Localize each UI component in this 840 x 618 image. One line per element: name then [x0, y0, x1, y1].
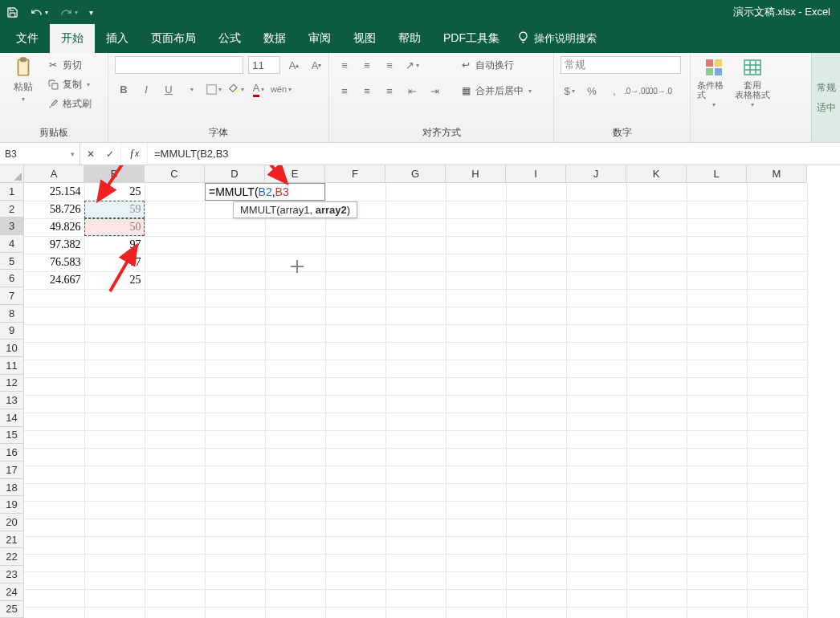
cell[interactable]	[145, 183, 205, 201]
cell[interactable]	[325, 218, 385, 236]
cell[interactable]	[626, 236, 687, 254]
cell[interactable]	[24, 377, 84, 395]
cell[interactable]	[446, 430, 506, 448]
cell[interactable]: 97.382	[24, 236, 84, 254]
cell[interactable]	[566, 342, 626, 360]
cell[interactable]	[506, 571, 566, 589]
tab-view[interactable]: 视图	[342, 24, 387, 53]
cell[interactable]	[325, 589, 385, 607]
row-header[interactable]: 25	[0, 601, 24, 619]
cell[interactable]	[626, 183, 687, 201]
cell[interactable]	[687, 448, 747, 466]
cell[interactable]	[566, 289, 626, 307]
row-header[interactable]: 7	[0, 287, 24, 305]
tell-me-search[interactable]: 操作说明搜索	[517, 24, 597, 53]
cell[interactable]	[84, 554, 145, 571]
cell[interactable]	[145, 254, 205, 271]
cell[interactable]	[145, 518, 205, 536]
cell[interactable]	[687, 377, 747, 395]
undo-icon[interactable]: ▾	[30, 6, 48, 18]
cell[interactable]	[506, 218, 566, 236]
cells-area[interactable]: 25.1542558.7265949.8265097.3829776.58377…	[24, 183, 840, 618]
cell[interactable]	[626, 554, 687, 571]
cell[interactable]	[566, 395, 626, 413]
cell[interactable]	[446, 607, 506, 618]
cell[interactable]	[325, 466, 385, 483]
cell[interactable]	[205, 413, 265, 430]
column-header[interactable]: G	[385, 165, 446, 183]
row-header[interactable]: 5	[0, 253, 24, 270]
cell[interactable]	[325, 271, 385, 289]
cell[interactable]	[506, 342, 566, 360]
cell[interactable]	[506, 589, 566, 607]
cell[interactable]	[506, 307, 566, 324]
cell[interactable]	[506, 289, 566, 307]
cell[interactable]: 25.154	[24, 183, 84, 201]
cell[interactable]	[84, 501, 145, 518]
cell[interactable]	[446, 395, 506, 413]
cell[interactable]	[325, 483, 385, 501]
cell[interactable]	[385, 430, 446, 448]
cell[interactable]	[446, 342, 506, 360]
cell[interactable]	[24, 307, 84, 324]
cell[interactable]	[24, 589, 84, 607]
cell[interactable]	[446, 571, 506, 589]
cell[interactable]	[385, 360, 446, 377]
cell[interactable]	[747, 430, 807, 448]
cell[interactable]	[205, 271, 265, 289]
tab-insert[interactable]: 插入	[95, 24, 140, 53]
cell[interactable]	[566, 536, 626, 554]
cell[interactable]	[747, 324, 807, 342]
bold-icon[interactable]: B	[115, 80, 133, 98]
cell[interactable]	[385, 554, 446, 571]
cell[interactable]	[687, 395, 747, 413]
redo-icon[interactable]: ▾	[59, 6, 78, 18]
row-header[interactable]: 24	[0, 583, 24, 601]
cell[interactable]	[145, 342, 205, 360]
cell[interactable]	[24, 571, 84, 589]
cell[interactable]	[506, 254, 566, 271]
cell[interactable]	[145, 289, 205, 307]
cell[interactable]	[24, 395, 84, 413]
cell[interactable]	[84, 360, 145, 377]
cell[interactable]	[265, 536, 325, 554]
cell[interactable]	[687, 254, 747, 271]
row-header[interactable]: 15	[0, 427, 24, 445]
cell[interactable]	[24, 554, 84, 571]
cell[interactable]	[325, 377, 385, 395]
cell[interactable]	[626, 466, 687, 483]
cell[interactable]	[626, 501, 687, 518]
cell[interactable]	[566, 430, 626, 448]
tab-review[interactable]: 审阅	[297, 24, 342, 53]
cell[interactable]	[446, 254, 506, 271]
cell[interactable]	[626, 607, 687, 618]
cell[interactable]	[506, 518, 566, 536]
cell[interactable]: 49.826	[24, 218, 84, 236]
cell[interactable]	[446, 307, 506, 324]
row-header[interactable]: 4	[0, 235, 24, 253]
cell[interactable]	[84, 377, 145, 395]
cell[interactable]	[446, 448, 506, 466]
cell[interactable]	[205, 307, 265, 324]
cell[interactable]	[265, 430, 325, 448]
cell[interactable]	[325, 289, 385, 307]
cell[interactable]	[325, 307, 385, 324]
cell[interactable]	[506, 271, 566, 289]
column-header[interactable]: K	[626, 165, 687, 183]
cell[interactable]	[566, 324, 626, 342]
cell[interactable]	[566, 589, 626, 607]
cell[interactable]	[446, 289, 506, 307]
cell[interactable]	[566, 413, 626, 430]
cell[interactable]	[265, 218, 325, 236]
cell[interactable]	[265, 607, 325, 618]
percent-icon[interactable]: %	[583, 82, 601, 100]
row-header[interactable]: 21	[0, 531, 24, 549]
row-header[interactable]: 6	[0, 270, 24, 287]
align-right-icon[interactable]: ≡	[381, 82, 398, 100]
cell[interactable]	[687, 218, 747, 236]
cell[interactable]	[687, 589, 747, 607]
cell[interactable]	[747, 448, 807, 466]
cell[interactable]	[747, 483, 807, 501]
cell[interactable]	[84, 448, 145, 466]
row-header[interactable]: 10	[0, 339, 24, 357]
